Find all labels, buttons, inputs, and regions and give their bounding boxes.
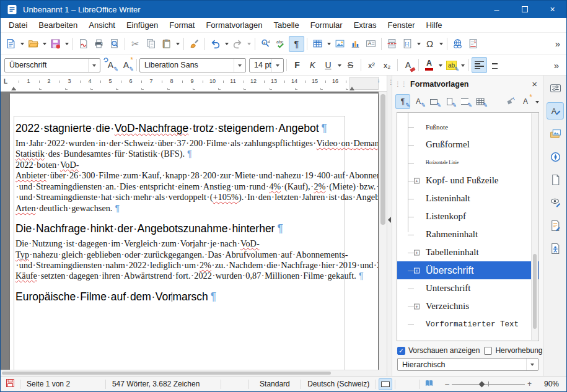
zoom-in-icon[interactable]: +: [525, 380, 534, 388]
zoom-slider[interactable]: – +: [442, 380, 534, 388]
style-list-item[interactable]: Fußnote: [397, 118, 538, 136]
tab-stop-selector[interactable]: L: [4, 78, 7, 85]
insert-special-character-dropdown[interactable]: [437, 36, 444, 52]
paragraph-style-dropdown[interactable]: [88, 59, 100, 72]
insert-table-button[interactable]: [310, 36, 325, 52]
menu-hilfe[interactable]: Hilfe: [421, 19, 448, 32]
misspelled-word[interactable]: +105%: [213, 192, 239, 202]
undo-dropdown[interactable]: [223, 36, 230, 52]
subscript-button[interactable]: x₂: [379, 57, 395, 73]
copy-button[interactable]: [143, 36, 159, 52]
print-preview-button[interactable]: [107, 36, 122, 52]
highlight-color-button[interactable]: ab✎: [444, 57, 459, 73]
insert-field-button[interactable]: [-]: [400, 36, 415, 52]
styles-list-scrollbar-thumb[interactable]: [533, 254, 537, 329]
sidebar-collapse-icon[interactable]: [388, 217, 391, 223]
undo-button[interactable]: [208, 36, 223, 52]
insert-image-button[interactable]: [332, 36, 348, 52]
doc-heading[interactable]: Die·Nachfrage·hinkt·der·Angebotszunahme·…: [15, 222, 343, 235]
page-count[interactable]: Seite 1 von 2: [20, 380, 105, 388]
style-list-item[interactable]: Rahmeninhalt: [397, 225, 538, 243]
update-style-button[interactable]: A✎: [103, 57, 118, 73]
menu-einfuegen[interactable]: Einfügen: [121, 19, 164, 32]
font-size-combo[interactable]: 14 pt: [249, 58, 284, 72]
insert-textbox-button[interactable]: A: [363, 36, 379, 52]
style-list-item[interactable]: Horizontale Linie: [397, 154, 538, 172]
menu-datei[interactable]: Datei: [3, 19, 33, 32]
superscript-button[interactable]: x²: [364, 57, 379, 73]
styles-filter-combo[interactable]: Hierarchisch: [397, 358, 538, 371]
styles-list-scrollbar[interactable]: [531, 113, 538, 340]
tab-manage-changes[interactable]: [547, 217, 564, 234]
menu-extras[interactable]: Extras: [348, 19, 382, 32]
style-list-item[interactable]: Listenkopf: [397, 207, 538, 225]
formatting-toolbar-overflow[interactable]: »: [550, 60, 563, 71]
font-name-combo[interactable]: Liberation Sans: [139, 58, 246, 72]
table-styles-button[interactable]: ✎: [473, 94, 488, 109]
new-document-button[interactable]: [3, 36, 19, 52]
save-status[interactable]: [1, 378, 20, 390]
clear-formatting-button[interactable]: A: [400, 57, 416, 73]
menu-fenster[interactable]: Fenster: [382, 19, 421, 32]
highlight-color-dropdown[interactable]: [459, 57, 466, 73]
style-list-item[interactable]: Vorformatierter Text: [397, 315, 538, 333]
zoom-out-icon[interactable]: –: [442, 380, 452, 388]
tab-gallery[interactable]: [547, 125, 564, 142]
style-list-item[interactable]: +Kopf- und Fußzeile: [397, 172, 538, 189]
zoom-slider-thumb[interactable]: [478, 381, 485, 387]
paragraph-styles-button[interactable]: ¶✎: [395, 94, 410, 109]
doc-heading[interactable]: 2022·stagnierte·die·VoD-Nachfrage·trotz·…: [15, 122, 343, 135]
insert-pagebreak-button[interactable]: [384, 36, 400, 52]
document-text[interactable]: 2022·stagnierte·die·VoD-Nachfrage·trotz·…: [15, 122, 343, 303]
menu-tabelle[interactable]: Tabelle: [268, 19, 304, 32]
maximize-button[interactable]: [511, 1, 538, 18]
paste-button[interactable]: [159, 36, 174, 52]
bold-button[interactable]: F: [289, 57, 305, 73]
vertical-scrollbar[interactable]: [379, 92, 387, 370]
menu-format[interactable]: Format: [164, 19, 200, 32]
misspelled-word[interactable]: VoD-Nachfrage: [115, 122, 189, 134]
paste-dropdown[interactable]: [174, 36, 181, 52]
clone-formatting-button[interactable]: [187, 36, 202, 52]
expand-icon[interactable]: +: [414, 303, 420, 309]
insert-table-dropdown[interactable]: [325, 36, 332, 52]
style-list-item[interactable]: +Verzeichnis: [397, 297, 538, 315]
insert-field-dropdown[interactable]: [415, 36, 422, 52]
menu-bearbeiten[interactable]: Bearbeiten: [33, 19, 83, 32]
strikethrough-button[interactable]: S: [343, 57, 358, 73]
horizontal-scrollbar-thumb[interactable]: [2, 372, 331, 375]
formatting-marks-toggle[interactable]: ¶: [289, 36, 304, 52]
doc-heading[interactable]: Europäische·Filme·auf·dem·Vormarsch¶: [15, 290, 343, 303]
doc-paragraph[interactable]: 2022·boten·VoD-Anbieter·über·26·300·Film…: [15, 160, 343, 214]
spellcheck-button[interactable]: abc: [273, 36, 289, 52]
horizontal-ruler[interactable]: L 123456789101112131415161718: [1, 76, 387, 92]
style-list-item[interactable]: +Überschrift: [397, 261, 538, 279]
align-center-button[interactable]: [487, 57, 503, 73]
left-indent-marker[interactable]: [11, 87, 16, 90]
menu-ansicht[interactable]: Ansicht: [83, 19, 121, 32]
book-view-button[interactable]: [420, 379, 439, 390]
highlight-checkbox[interactable]: [484, 347, 492, 355]
open-button[interactable]: [25, 36, 41, 52]
misspelled-word[interactable]: 4%: [269, 181, 281, 191]
horizontal-scrollbar[interactable]: [1, 370, 379, 376]
find-replace-button[interactable]: ad: [258, 36, 273, 52]
tab-navigator[interactable]: [547, 148, 564, 165]
font-color-button[interactable]: A: [421, 57, 437, 73]
insert-hyperlink-button[interactable]: [450, 36, 465, 52]
language-status[interactable]: Deutsch (Schweiz): [301, 380, 376, 388]
font-color-dropdown[interactable]: [437, 57, 444, 73]
expand-icon[interactable]: +: [414, 268, 420, 273]
style-list-item[interactable]: Grußformel: [397, 136, 538, 154]
redo-button[interactable]: [230, 36, 245, 52]
export-pdf-button[interactable]: [76, 36, 91, 52]
expand-icon[interactable]: +: [414, 178, 420, 183]
style-list-item[interactable]: +Tabelleninhalt: [397, 243, 538, 261]
expand-icon[interactable]: +: [414, 250, 420, 255]
misspelled-word[interactable]: 2%: [314, 181, 325, 191]
misspelled-word[interactable]: Video·on·Demand: [317, 138, 378, 148]
tab-accessibility-check[interactable]: [547, 240, 564, 257]
print-button[interactable]: [91, 36, 107, 52]
insert-chart-button[interactable]: [348, 36, 363, 52]
new-document-dropdown[interactable]: [19, 36, 25, 52]
